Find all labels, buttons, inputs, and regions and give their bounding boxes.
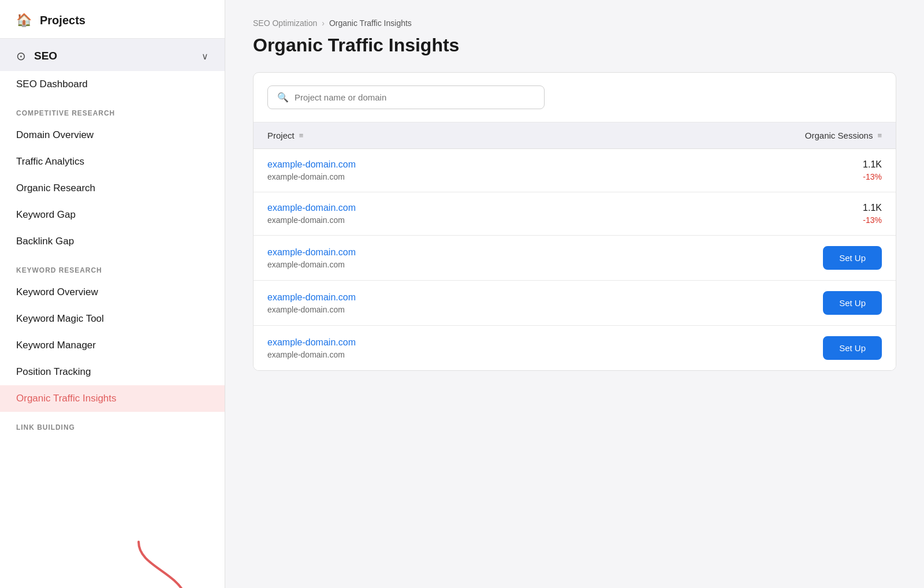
row-domain-link[interactable]: example-domain.com xyxy=(267,292,823,303)
row-project-info: example-domain.comexample-domain.com xyxy=(267,337,823,359)
main-content: SEO Optimization › Organic Traffic Insig… xyxy=(225,0,924,588)
row-domain-sub: example-domain.com xyxy=(267,305,823,314)
sidebar-item-seo-dashboard[interactable]: SEO Dashboard xyxy=(0,71,225,98)
sidebar-item-organic-research[interactable]: Organic Research xyxy=(0,175,225,202)
filter-icon-sessions[interactable]: ≡ xyxy=(877,131,882,140)
sidebar-item-keyword-gap[interactable]: Keyword Gap xyxy=(0,202,225,228)
seo-dashboard-label: SEO Dashboard xyxy=(16,79,88,90)
row-sessions-data: 1.1K-13% xyxy=(778,203,882,225)
sessions-value: 1.1K xyxy=(863,203,882,213)
sessions-change: -13% xyxy=(863,172,882,181)
sidebar-section-label: KEYWORD RESEARCH xyxy=(0,255,225,279)
search-input[interactable] xyxy=(295,92,535,102)
row-project-info: example-domain.comexample-domain.com xyxy=(267,159,778,181)
sidebar-item-keyword-magic-tool[interactable]: Keyword Magic Tool xyxy=(0,306,225,332)
setup-button[interactable]: Set Up xyxy=(823,336,882,360)
search-icon: 🔍 xyxy=(277,92,289,103)
seo-nav-item[interactable]: ⊙ SEO ∨ xyxy=(0,39,225,71)
breadcrumb-separator: › xyxy=(322,18,325,28)
table-row: example-domain.comexample-domain.comSet … xyxy=(254,281,896,326)
row-project-info: example-domain.comexample-domain.com xyxy=(267,247,823,269)
sidebar-item-traffic-analytics[interactable]: Traffic Analytics xyxy=(0,148,225,175)
row-domain-link[interactable]: example-domain.com xyxy=(267,247,823,258)
sidebar-section-label: COMPETITIVE RESEARCH xyxy=(0,98,225,122)
projects-nav-item[interactable]: 🏠 Projects xyxy=(0,0,225,39)
sidebar-item-domain-overview[interactable]: Domain Overview xyxy=(0,122,225,148)
table-row: example-domain.comexample-domain.comSet … xyxy=(254,326,896,370)
sessions-change: -13% xyxy=(863,215,882,225)
row-sessions-data: 1.1K-13% xyxy=(778,159,882,181)
home-icon: 🏠 xyxy=(16,13,32,28)
row-domain-link[interactable]: example-domain.com xyxy=(267,337,823,348)
table-row: example-domain.comexample-domain.comSet … xyxy=(254,236,896,281)
row-domain-sub: example-domain.com xyxy=(267,172,778,181)
arrow-annotation xyxy=(92,536,208,588)
col-sessions-header: Organic Sessions ≡ xyxy=(778,131,882,140)
breadcrumb-parent[interactable]: SEO Optimization xyxy=(253,18,317,28)
sidebar-item-organic-traffic-insights[interactable]: Organic Traffic Insights xyxy=(0,385,225,412)
table-row: example-domain.comexample-domain.com1.1K… xyxy=(254,192,896,236)
col-project-header: Project ≡ xyxy=(267,131,778,140)
sidebar-item-keyword-manager[interactable]: Keyword Manager xyxy=(0,332,225,359)
table-header: Project ≡ Organic Sessions ≡ xyxy=(254,122,896,149)
row-domain-link[interactable]: example-domain.com xyxy=(267,159,778,170)
row-domain-sub: example-domain.com xyxy=(267,215,778,225)
search-input-container[interactable]: 🔍 xyxy=(267,85,545,109)
content-card: 🔍 Project ≡ Organic Sessions ≡ example-d… xyxy=(253,72,896,371)
table-row: example-domain.comexample-domain.com1.1K… xyxy=(254,149,896,192)
page-title: Organic Traffic Insights xyxy=(253,35,896,56)
sidebar-item-backlink-gap[interactable]: Backlink Gap xyxy=(0,228,225,255)
setup-button[interactable]: Set Up xyxy=(823,291,882,315)
sidebar-item-position-tracking[interactable]: Position Tracking xyxy=(0,359,225,385)
row-domain-link[interactable]: example-domain.com xyxy=(267,203,778,213)
chevron-down-icon: ∨ xyxy=(202,51,208,62)
row-domain-sub: example-domain.com xyxy=(267,350,823,359)
sessions-value: 1.1K xyxy=(863,159,882,170)
table-rows-container: example-domain.comexample-domain.com1.1K… xyxy=(254,149,896,370)
search-bar-wrapper: 🔍 xyxy=(254,73,896,122)
sidebar-item-keyword-overview[interactable]: Keyword Overview xyxy=(0,279,225,306)
setup-button[interactable]: Set Up xyxy=(823,246,882,270)
sidebar-section-label: LINK BUILDING xyxy=(0,412,225,436)
seo-label: SEO xyxy=(34,50,193,62)
row-project-info: example-domain.comexample-domain.com xyxy=(267,292,823,314)
breadcrumb-current: Organic Traffic Insights xyxy=(329,18,412,28)
breadcrumb: SEO Optimization › Organic Traffic Insig… xyxy=(253,18,896,28)
projects-label: Projects xyxy=(40,14,85,27)
row-domain-sub: example-domain.com xyxy=(267,260,823,269)
seo-icon: ⊙ xyxy=(16,49,26,63)
filter-icon-project[interactable]: ≡ xyxy=(299,131,304,140)
row-project-info: example-domain.comexample-domain.com xyxy=(267,203,778,225)
